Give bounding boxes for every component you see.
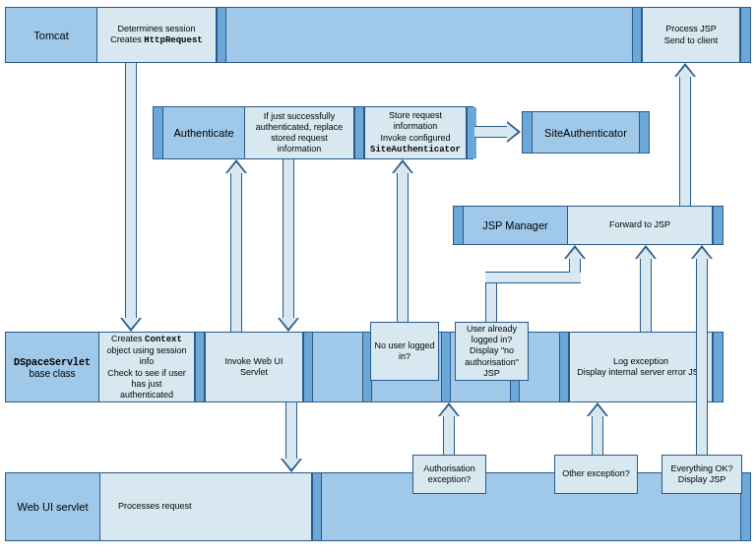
t: SiteAuthenticator	[370, 145, 461, 154]
webui-box-authexc: Authorisation exception?	[412, 455, 486, 494]
dspace-box-context: Creates Context object using session inf…	[98, 333, 195, 401]
tomcat-row: Tomcat Determines sessionCreates HttpReq…	[5, 7, 751, 63]
tomcat-label: Tomcat	[6, 8, 96, 62]
t: Store request information	[389, 110, 442, 131]
dspace-box-userlogged: User already logged in? Display "no auth…	[455, 322, 529, 381]
cap	[303, 333, 313, 401]
t: User already logged in? Display "no auth…	[459, 324, 525, 379]
t: No user logged in?	[374, 340, 435, 363]
dspace-label: DSpaceServlet base class	[6, 333, 98, 401]
t: object using session info	[106, 345, 186, 366]
tomcat-box-session: Determines sessionCreates HttpRequest	[96, 8, 217, 62]
t: DSpaceServlet	[14, 357, 91, 368]
webui-box-otherexc: Other exception?	[554, 455, 638, 494]
tomcat-label-text: Tomcat	[33, 30, 68, 41]
t: Creates	[110, 34, 144, 44]
authenticate-row: Authenticate If just successfully authen…	[153, 106, 473, 159]
t: Check to see if user has just authentica…	[107, 368, 186, 401]
t: JSP Manager	[482, 219, 547, 231]
cap	[632, 8, 642, 62]
cap	[354, 107, 364, 158]
t: If just successfully authenticated, repl…	[250, 111, 348, 155]
t: Creates	[111, 334, 145, 343]
site-auth-label: SiteAuthenticator	[533, 112, 639, 153]
jsp-label: JSP Manager	[464, 207, 567, 244]
dspace-row: DSpaceServlet base class Creates Context…	[5, 332, 724, 402]
t: Log exception	[613, 356, 668, 366]
t: Authorisation exception?	[416, 463, 482, 486]
t: Process JSP	[665, 24, 717, 33]
cap	[713, 207, 723, 244]
t: Context	[145, 335, 182, 344]
t: Other exception?	[562, 468, 630, 479]
cap	[217, 8, 226, 62]
dspace-box-invoke: Invoke Web UI Servlet	[205, 333, 303, 401]
t: Web UI servlet	[18, 501, 89, 513]
t: Invoke configured	[380, 133, 450, 143]
auth-box-store: Store request informationInvoke configur…	[364, 107, 467, 158]
jsp-box-forward: Forward to JSP	[567, 207, 713, 244]
webui-label: Web UI servlet	[6, 473, 99, 540]
t: Authenticate	[173, 127, 233, 139]
t: Determines session	[117, 24, 195, 33]
t: SiteAuthenticator	[544, 127, 627, 139]
t: HttpRequest	[144, 35, 202, 45]
jsp-manager-row: JSP Manager Forward to JSP	[453, 206, 724, 245]
t: Send to client	[664, 35, 719, 45]
site-authenticator-box: SiteAuthenticator	[522, 111, 650, 154]
dspace-box-nouser: No user logged in?	[370, 322, 439, 381]
cap	[523, 112, 533, 153]
cap	[713, 333, 723, 401]
cap	[441, 333, 451, 401]
webui-row: Web UI servlet Processes request	[5, 472, 751, 541]
auth-label: Authenticate	[163, 107, 244, 158]
t: Forward to JSP	[609, 219, 670, 230]
tomcat-box-process: Process JSPSend to client	[642, 8, 740, 62]
t: Processes request	[118, 501, 192, 512]
webui-box-process: Processes request	[99, 473, 312, 540]
cap	[559, 333, 569, 401]
cap	[740, 8, 750, 62]
cap	[154, 107, 163, 158]
spacer	[313, 333, 362, 401]
t: Display internal server error JSP	[577, 367, 705, 377]
t: Everything OK?	[670, 463, 732, 473]
t: Invoke Web UI Servlet	[211, 356, 297, 379]
cap	[639, 112, 649, 153]
auth-box-replace: If just successfully authenticated, repl…	[244, 107, 354, 158]
webui-box-ok: Everything OK?Display JSP	[662, 455, 742, 494]
dspace-box-log: Log exceptionDisplay internal server err…	[569, 333, 713, 401]
cap	[195, 333, 205, 401]
cap	[312, 473, 322, 540]
t: Display JSP	[678, 474, 726, 484]
t: base class	[29, 368, 75, 379]
spacer	[226, 8, 632, 62]
cap	[454, 207, 464, 244]
